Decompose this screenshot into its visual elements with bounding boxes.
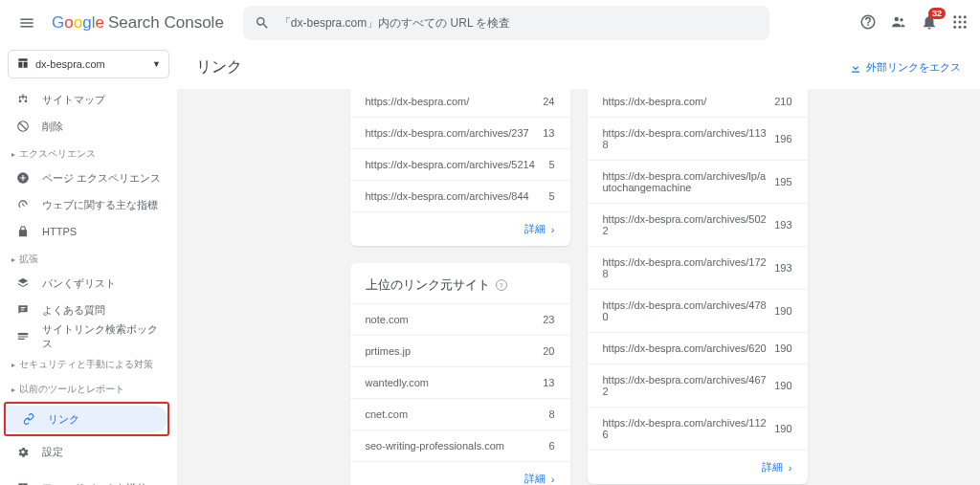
more-link[interactable]: 詳細› <box>350 461 570 485</box>
row-url: prtimes.jp <box>366 345 544 357</box>
table-row[interactable]: wantedly.com13 <box>350 366 570 398</box>
row-count: 13 <box>543 127 554 139</box>
row-count: 193 <box>774 262 791 274</box>
plus-circle-icon <box>15 171 31 185</box>
table-row[interactable]: seo-writing-professionals.com6 <box>350 430 570 461</box>
row-count: 190 <box>774 342 791 354</box>
sidebar-item-label: サイトリンク検索ボックス <box>42 322 167 351</box>
table-row[interactable]: https://dx-bespra.com/archives/5022193 <box>588 203 808 246</box>
sidebar-item-label: ページ エクスペリエンス <box>42 171 161 186</box>
sidebar-item-removals[interactable]: 削除 <box>0 113 167 140</box>
sidebar-item-label: よくある質問 <box>42 303 105 318</box>
table-row[interactable]: https://dx-bespra.com/archives/4780190 <box>588 289 808 332</box>
section-legacy[interactable]: 以前のツールとレポート <box>0 375 177 400</box>
table-row[interactable]: https://dx-bespra.com/210 <box>588 89 808 117</box>
row-url: https://dx-bespra.com/archives/1126 <box>603 417 775 440</box>
row-url: seo-writing-professionals.com <box>366 440 549 452</box>
sidebar-item-sitemaps[interactable]: サイトマップ <box>0 86 167 113</box>
more-link[interactable]: 詳細› <box>588 450 808 484</box>
sidebar-item-label: フィードバックを送信 <box>42 481 147 486</box>
svg-point-4 <box>964 15 967 18</box>
link-icon <box>21 412 36 426</box>
row-url: wantedly.com <box>366 377 544 388</box>
svg-point-8 <box>953 25 956 28</box>
links-highlight: リンク <box>4 402 169 436</box>
sidebar-item-cwv[interactable]: ウェブに関する主な指標 <box>0 191 167 218</box>
sidebar-item-label: ウェブに関する主な指標 <box>42 198 158 212</box>
sidebar-item-label: リンク <box>48 412 79 427</box>
section-experience[interactable]: エクスペリエンス <box>0 140 177 165</box>
help-icon[interactable]: ? <box>496 279 507 291</box>
sidebar-item-feedback[interactable]: フィードバックを送信 <box>0 474 167 485</box>
notif-badge: 32 <box>928 8 946 19</box>
apps-icon[interactable] <box>951 13 969 33</box>
row-count: 20 <box>543 345 554 357</box>
sidebar-item-page-exp[interactable]: ページ エクスペリエンス <box>0 165 167 191</box>
sitemap-icon <box>15 93 31 106</box>
people-icon[interactable] <box>890 13 907 33</box>
row-url: note.com <box>366 314 544 325</box>
page-title: リンク <box>196 57 242 77</box>
card-title: 上位のリンク元サイト <box>366 276 490 294</box>
svg-point-9 <box>959 25 962 28</box>
table-row[interactable]: https://dx-bespra.com/archives/620190 <box>588 332 808 364</box>
sidebar-item-label: パンくずリスト <box>42 276 116 291</box>
sidebar-item-sitelink-search[interactable]: サイトリンク検索ボックス <box>0 323 167 350</box>
row-count: 6 <box>548 440 554 452</box>
card-top-linked-pages: https://dx-bespra.com/24https://dx-bespr… <box>350 89 570 246</box>
domain-icon <box>16 56 30 72</box>
row-count: 190 <box>774 423 791 434</box>
lock-icon <box>15 225 31 238</box>
table-row[interactable]: https://dx-bespra.com/archives/8445 <box>350 180 570 211</box>
table-row[interactable]: https://dx-bespra.com/archives/lp/autoch… <box>588 160 808 203</box>
menu-button[interactable] <box>11 8 42 38</box>
sidebar-item-faq[interactable]: よくある質問 <box>0 297 167 323</box>
sidebar-item-settings[interactable]: 設定 <box>0 438 167 465</box>
table-row[interactable]: https://dx-bespra.com/archives/1126190 <box>588 407 808 450</box>
section-security[interactable]: セキュリティと手動による対策 <box>0 350 177 375</box>
row-count: 195 <box>774 176 791 187</box>
row-url: https://dx-bespra.com/archives/1138 <box>603 127 775 150</box>
row-url: https://dx-bespra.com/archives/5022 <box>603 213 775 236</box>
row-url: cnet.com <box>366 408 549 420</box>
table-row[interactable]: https://dx-bespra.com/archives/4672190 <box>588 364 808 407</box>
property-selector[interactable]: dx-bespra.com ▼ <box>8 50 169 78</box>
svg-point-10 <box>964 25 967 28</box>
table-row[interactable]: https://dx-bespra.com/archives/1728193 <box>588 246 808 289</box>
table-row[interactable]: note.com23 <box>350 303 570 335</box>
help-icon[interactable] <box>859 13 877 33</box>
table-row[interactable]: https://dx-bespra.com/24 <box>350 89 570 117</box>
export-button[interactable]: 外部リンクをエクス <box>849 60 961 75</box>
row-count: 23 <box>543 314 554 325</box>
table-row[interactable]: prtimes.jp20 <box>350 335 570 366</box>
chevron-right-icon: › <box>551 474 555 485</box>
row-count: 24 <box>543 96 554 107</box>
more-link[interactable]: 詳細› <box>350 211 570 246</box>
row-count: 193 <box>774 219 791 231</box>
sidebar-item-label: サイトマップ <box>42 93 105 107</box>
property-name: dx-bespra.com <box>35 58 105 70</box>
row-count: 190 <box>774 305 791 317</box>
sidebar-item-breadcrumbs[interactable]: パンくずリスト <box>0 270 167 297</box>
table-row[interactable]: https://dx-bespra.com/archives/1138196 <box>588 117 808 160</box>
search-input[interactable]: 「dx-bespra.com」内のすべての URL を検査 <box>243 6 769 40</box>
product-logo: Google Search Console <box>52 13 224 33</box>
chevron-right-icon: › <box>789 462 792 474</box>
notifications-icon[interactable]: 32 <box>921 13 938 33</box>
table-row[interactable]: https://dx-bespra.com/archives/52145 <box>350 148 570 180</box>
table-row[interactable]: cnet.com8 <box>350 398 570 430</box>
search-placeholder: 「dx-bespra.com」内のすべての URL を検査 <box>279 15 511 32</box>
sidebar-item-links[interactable]: リンク <box>6 406 167 432</box>
table-row[interactable]: https://dx-bespra.com/archives/23713 <box>350 117 570 148</box>
svg-point-1 <box>900 18 902 21</box>
layers-icon <box>15 276 31 290</box>
row-url: https://dx-bespra.com/ <box>603 96 775 107</box>
searchbox-icon <box>15 330 31 343</box>
section-enhancements[interactable]: 拡張 <box>0 245 177 270</box>
row-count: 5 <box>548 190 554 202</box>
sidebar-item-label: HTTPS <box>42 226 77 237</box>
feedback-icon <box>15 481 31 485</box>
row-url: https://dx-bespra.com/archives/lp/autoch… <box>603 170 775 193</box>
row-url: https://dx-bespra.com/archives/4672 <box>603 374 775 397</box>
sidebar-item-https[interactable]: HTTPS <box>0 218 167 245</box>
